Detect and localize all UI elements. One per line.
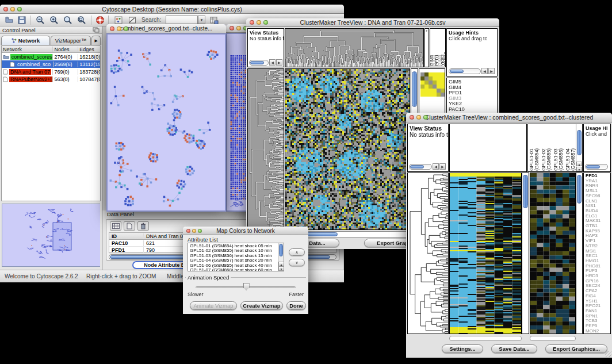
tv2-gene-list[interactable]: PFD1YRA1RNR4MSL1SPC98CLN1NIS1BUD4ELG1MAK…: [584, 173, 610, 334]
search-input[interactable]: [166, 16, 198, 24]
network-row-combined-sco-selected[interactable]: combined_sco 2569(6) 13112(15): [2, 60, 100, 68]
network-table-header[interactable]: Network Nodes Edges: [2, 46, 100, 53]
gene-label[interactable]: MON2: [586, 329, 610, 334]
tv1-splitter[interactable]: ▸: [424, 28, 429, 67]
column-label[interactable]: GPL51-01 (GSM854): [529, 125, 540, 171]
table-mode-icon[interactable]: [110, 221, 121, 231]
zoom-window-icon[interactable]: [17, 7, 22, 12]
column-label[interactable]: GPL51-03 (GSM856): [553, 125, 564, 171]
close-icon[interactable]: [110, 26, 114, 31]
tv2-labels-vscrollbar[interactable]: ▲▼: [576, 124, 582, 171]
tv1-hints-scrollbar[interactable]: ◀▶: [449, 68, 495, 74]
column-label[interactable]: PAC10: [445, 29, 446, 66]
scroll-thumb[interactable]: [523, 175, 528, 208]
window-controls[interactable]: [230, 26, 248, 30]
tv1-heatmap[interactable]: [285, 69, 410, 229]
save-icon[interactable]: [16, 15, 28, 25]
zoom-out-icon[interactable]: [35, 15, 46, 25]
scroll-down-icon[interactable]: ▼: [278, 266, 284, 271]
window-controls[interactable]: [250, 20, 268, 25]
window-controls[interactable]: [186, 229, 202, 233]
resize-grip[interactable]: [605, 351, 611, 357]
float-panel-icon[interactable]: [93, 27, 100, 33]
minimize-icon[interactable]: [416, 115, 421, 120]
tv2-hscrollbar-2[interactable]: [530, 336, 576, 341]
scroll-right-icon[interactable]: ▶: [439, 163, 446, 170]
tv2-hscrollbar-1[interactable]: [449, 336, 522, 341]
close-icon[interactable]: [186, 229, 190, 233]
scroll-thumb[interactable]: [577, 130, 582, 155]
tv1-status-scrollbar[interactable]: ◀▶: [249, 59, 282, 66]
tv2-array-dendrogram-pane[interactable]: [449, 124, 527, 172]
move-down-button[interactable]: ∨: [289, 259, 305, 266]
scroll-thumb[interactable]: [279, 244, 283, 256]
tab-network[interactable]: Network: [1, 36, 50, 45]
tv1-correlation-matrix[interactable]: [420, 72, 445, 97]
network-row-dna-tran[interactable]: DNA and Tran 07 769(0) 183728(0): [2, 68, 100, 75]
tv2-heatmap[interactable]: [450, 173, 521, 334]
tv2-hints-scrollbar[interactable]: [585, 164, 608, 170]
window-controls[interactable]: [3, 7, 22, 12]
open-folder-icon[interactable]: [3, 15, 15, 25]
minimize-icon[interactable]: [236, 26, 241, 30]
scroll-thumb[interactable]: [412, 71, 417, 107]
close-icon[interactable]: [410, 115, 414, 120]
scroll-left-icon[interactable]: ◀: [481, 68, 488, 74]
network-row-rnapuber[interactable]: RNAPuberNov2+| 563(0) 107847(0): [2, 75, 100, 83]
tab-vizmapper[interactable]: VizMapper™: [51, 36, 91, 45]
tv1-array-dendrogram[interactable]: [285, 29, 423, 67]
attribute-item[interactable]: GPL51-07 (GSM868) heat shock 60 min: [190, 268, 277, 271]
grid-network-canvas[interactable]: [230, 55, 246, 207]
tv2-gene-dendrogram[interactable]: [408, 173, 448, 334]
close-icon[interactable]: [250, 20, 254, 25]
column-label[interactable]: GPL51-02 (GSM855): [541, 125, 552, 171]
help-lifering-icon[interactable]: [94, 15, 106, 25]
zoom-fit-icon[interactable]: [76, 15, 87, 25]
scroll-thumb[interactable]: [577, 175, 582, 204]
window-controls[interactable]: [410, 115, 428, 120]
tv2-zoom-vscrollbar[interactable]: [576, 173, 583, 334]
close-icon[interactable]: [3, 7, 8, 12]
scroll-right-icon[interactable]: ▶: [276, 59, 282, 66]
birdseye-view[interactable]: [2, 204, 100, 267]
tv2-status-scrollbar[interactable]: ◀▶: [409, 163, 446, 170]
tv2-heatmap-vscrollbar[interactable]: [522, 173, 529, 334]
network-view-titlebar[interactable]: combined_scores_good.txt--cluste...: [106, 24, 226, 33]
tv1-row-labels[interactable]: GIM5GIM4PFD1GIM3YKE2PAC10: [447, 78, 497, 112]
close-icon[interactable]: [230, 26, 234, 30]
treeview2-titlebar[interactable]: ClusterMaker TreeView : combined_scores_…: [406, 113, 612, 122]
scroll-up-icon[interactable]: ▲: [576, 162, 582, 166]
attribute-list[interactable]: GPL51-01 (GSM854) heat shock 05 minGPL51…: [188, 243, 284, 271]
minimize-icon[interactable]: [10, 7, 15, 12]
zoom-selected-icon[interactable]: [62, 15, 74, 25]
tv2-column-labels[interactable]: GPL51-01 (GSM854)GPL51-02 (GSM855)GPL51-…: [528, 124, 582, 171]
network-row-combined-scores[interactable]: combined_scores 2764(0) 16218(0): [2, 53, 100, 60]
zoom-window-icon[interactable]: [124, 26, 128, 31]
zoom-window-icon[interactable]: [198, 229, 202, 233]
minimize-icon[interactable]: [117, 26, 121, 31]
main-titlebar[interactable]: Cytoscape Desktop (Session Name: collins…: [0, 5, 344, 14]
scroll-up-icon[interactable]: ▲: [278, 262, 284, 266]
network-canvas[interactable]: [108, 35, 225, 210]
scroll-left-icon[interactable]: ◀: [269, 59, 276, 66]
scroll-left-icon[interactable]: ◀: [433, 163, 439, 170]
tv1-column-labels[interactable]: GIM5GIM4PFD1GIM3YKE2PAC10: [430, 29, 445, 67]
gene-label[interactable]: PAC10: [449, 107, 497, 113]
scroll-right-icon[interactable]: ▶: [488, 68, 495, 74]
treeview1-titlebar[interactable]: ClusterMaker TreeView : DNA and Tran 07-…: [246, 18, 499, 27]
save-data-button[interactable]: Save Data...: [491, 344, 537, 353]
settings-button[interactable]: Settings...: [442, 344, 483, 353]
zoom-window-icon[interactable]: [263, 20, 268, 25]
search-dropdown-icon[interactable]: ▼: [198, 16, 205, 24]
zoom-in-icon[interactable]: [48, 15, 60, 25]
attribute-list-vscrollbar[interactable]: ▲▼: [278, 243, 284, 271]
col-header-id[interactable]: ID: [109, 233, 144, 239]
create-vizmap-button[interactable]: Create Vizmap: [240, 301, 283, 310]
done-button[interactable]: Done: [286, 301, 306, 310]
map-dialog-titlebar[interactable]: Map Colors to Network: [183, 227, 308, 235]
minimize-icon[interactable]: [192, 229, 196, 233]
minimize-icon[interactable]: [257, 20, 261, 25]
scroll-down-icon[interactable]: ▼: [576, 167, 582, 171]
move-up-button[interactable]: ∧: [289, 248, 305, 256]
export-graphics-button[interactable]: Export Graphics...: [545, 344, 607, 353]
